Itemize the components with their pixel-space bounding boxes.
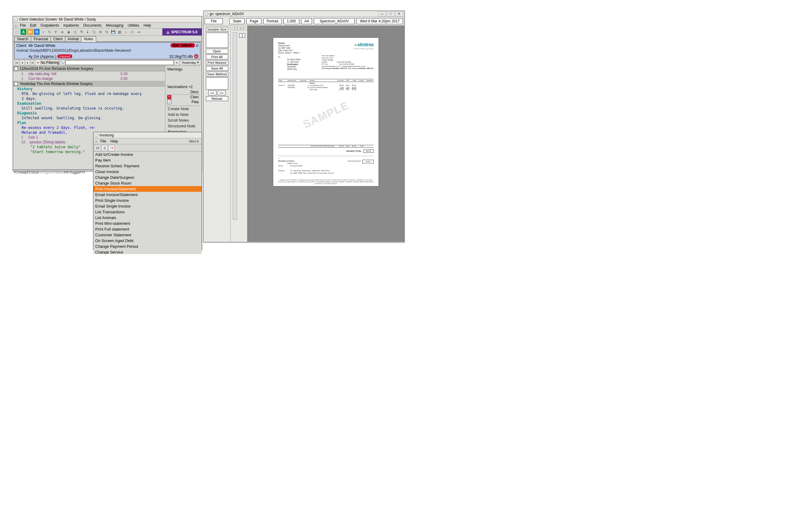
gv-open[interactable]: Open: [206, 49, 228, 54]
menu-documents[interactable]: Documents: [81, 23, 104, 28]
inv-item-pay[interactable]: Pay Item: [93, 157, 202, 163]
lab-icon[interactable]: ⚗: [79, 29, 84, 35]
filter-go-icon[interactable]: ↳: [174, 60, 179, 65]
house-icon[interactable]: ⌂: [123, 29, 128, 35]
gv-docname-field[interactable]: Spectrum_IkDc0V: [314, 18, 355, 24]
note-checkbox[interactable]: [14, 67, 18, 71]
gv-nav-prev[interactable]: <<: [208, 90, 216, 95]
tab-financial[interactable]: Financial: [31, 36, 51, 42]
date-range-dropdown[interactable]: Yesterday ▾: [180, 60, 200, 65]
tab-animal[interactable]: Animal: [65, 36, 82, 42]
gv-print-marked[interactable]: Print Marked: [206, 60, 228, 65]
status-h-icon[interactable]: H: [34, 29, 39, 35]
note-header-1[interactable]: 11Nov2016 Fri Ann Richards Elmtree Surge…: [13, 66, 165, 72]
nav-prev-icon[interactable]: ◂: [20, 60, 25, 65]
tab-search[interactable]: Search: [14, 36, 31, 42]
menu-inpatients[interactable]: Inpatients: [61, 23, 81, 28]
gv-zoom-button[interactable]: 1.000: [284, 18, 299, 24]
side-structured-note[interactable]: Structured Note: [166, 123, 200, 129]
calendar-icon[interactable]: ▦: [117, 29, 122, 35]
inv-item-change-period[interactable]: Change Payment Period: [93, 244, 202, 249]
inv-item-list-trans[interactable]: List Transactions: [93, 209, 202, 215]
inv-item-email-single[interactable]: Email Single Invoice: [93, 203, 202, 209]
inv-item-add-create[interactable]: Add to/Create Invoice: [93, 152, 202, 157]
tab-notes[interactable]: Notes: [81, 36, 96, 42]
flea-checkbox[interactable]: ✓: [167, 100, 171, 104]
exit-button[interactable]: ⇥: [109, 145, 115, 151]
tab-client[interactable]: Client: [51, 36, 65, 42]
menu-outpatients[interactable]: Outpatients: [39, 23, 61, 28]
print-button[interactable]: ⎙: [102, 145, 108, 151]
menu-help[interactable]: Help: [142, 23, 153, 28]
gv-save-all[interactable]: Save All: [206, 66, 228, 71]
thermometer-icon[interactable]: 🌡: [85, 29, 90, 35]
select-tool-icon[interactable]: ⬚: [14, 29, 20, 35]
inv-item-customer-stmt[interactable]: Customer Statement: [93, 232, 202, 238]
menu-edit[interactable]: Edit: [28, 23, 38, 28]
gv-canvas[interactable]: SAMPLE elmtree veterinary group Invoice …: [248, 26, 404, 242]
menu-utilities[interactable]: Utilities: [126, 23, 141, 28]
refresh-icon[interactable]: ↻: [47, 29, 52, 35]
money-icon[interactable]: %: [104, 29, 110, 35]
side-add-to-note[interactable]: Add to Note: [166, 112, 200, 117]
gv-reload[interactable]: Reload: [206, 96, 228, 101]
inv-item-print-stmt[interactable]: Print Invoice/Statement: [93, 186, 202, 192]
inv-item-change-service[interactable]: Change Service: [93, 249, 202, 254]
client-summary-band: Client Mr David White Bal 249.47 0 Anima…: [14, 42, 200, 59]
circle-icon[interactable]: ●: [36, 60, 40, 65]
inv-item-print-single[interactable]: Print Single Invoice: [93, 197, 202, 203]
gv-page-number[interactable]: 1: [239, 33, 245, 37]
nav-next-icon[interactable]: ▸: [25, 60, 30, 65]
link-icon[interactable]: ⚙: [98, 29, 103, 35]
main-tabstrip: Search Financial Client Animal Notes: [13, 36, 202, 42]
menu-file[interactable]: File: [18, 23, 28, 28]
inv-item-change-date[interactable]: Change Date/Surgeon: [93, 174, 202, 180]
print-icon[interactable]: ⎙: [129, 29, 135, 35]
eye-icon[interactable]: ◉: [66, 29, 71, 35]
inv-item-aged-debt[interactable]: On Screen Aged Debt: [93, 238, 202, 244]
inv-menu-file[interactable]: File: [98, 139, 108, 144]
gv-save-method[interactable]: Save Method: [206, 72, 228, 77]
note-header-2[interactable]: Yesterday Thu Ann Richards Elmtree Surge…: [13, 81, 165, 86]
gv-overview-box: [206, 77, 228, 89]
side-create-note[interactable]: Create Note: [166, 106, 200, 112]
inv-menu-help[interactable]: Help: [109, 139, 120, 144]
gv-print-all[interactable]: Print All: [206, 54, 228, 59]
inv-item-email-stmt[interactable]: Email Invoice/Statement: [93, 192, 202, 197]
inv-item-print-full[interactable]: Print Full statement: [93, 226, 202, 232]
save-icon[interactable]: 💾: [110, 29, 116, 35]
status-a-icon[interactable]: A: [21, 29, 26, 35]
inv-item-receive-sched[interactable]: Receive Sched. Payment: [93, 163, 202, 169]
gv-papersize-button[interactable]: A4: [301, 18, 312, 24]
note-checkbox[interactable]: [14, 82, 18, 86]
client-name: Mr David White: [28, 43, 55, 48]
inv-item-list-animals[interactable]: List Animals: [93, 215, 202, 220]
gv-file-button[interactable]: File: [205, 18, 223, 24]
gv-page-button[interactable]: Page: [246, 18, 261, 24]
attachment-icon[interactable]: 📎: [91, 29, 97, 35]
minimize-button[interactable]: —: [378, 11, 386, 16]
nav-first-icon[interactable]: |◂: [14, 60, 19, 65]
search-icon[interactable]: 🔍: [60, 60, 65, 65]
gv-variable-size[interactable]: Variable Size: [206, 27, 228, 32]
side-scroll-notes[interactable]: Scroll Notes: [166, 117, 200, 123]
maximize-button[interactable]: □: [387, 11, 395, 16]
gv-orient-button[interactable]: Portrait: [263, 18, 282, 24]
inv-item-print-mini[interactable]: Print Mini-statement: [93, 220, 202, 226]
funnel-icon[interactable]: ▿: [40, 29, 46, 35]
gv-nav-next[interactable]: >>: [218, 90, 226, 95]
filter-input[interactable]: [65, 60, 174, 65]
groups-icon[interactable]: ※: [60, 29, 65, 35]
nav-last-icon[interactable]: ▸|: [31, 60, 35, 65]
status-w-icon[interactable]: W: [27, 29, 33, 35]
exit-icon[interactable]: ⇥: [136, 29, 141, 35]
calendar-button[interactable]: 22: [95, 145, 101, 151]
close-button[interactable]: ✕: [395, 11, 403, 16]
menu-messaging[interactable]: Messaging: [104, 23, 125, 28]
tooth-icon[interactable]: ⛛: [53, 29, 59, 35]
gv-state-button[interactable]: State: [229, 18, 244, 24]
inv-item-close[interactable]: Close Invoice: [93, 169, 202, 174]
gv-page-scrollbar[interactable]: [233, 32, 237, 220]
inv-item-change-stock[interactable]: Change Stock Room: [93, 180, 202, 186]
stopwatch-icon[interactable]: ◷: [72, 29, 78, 35]
